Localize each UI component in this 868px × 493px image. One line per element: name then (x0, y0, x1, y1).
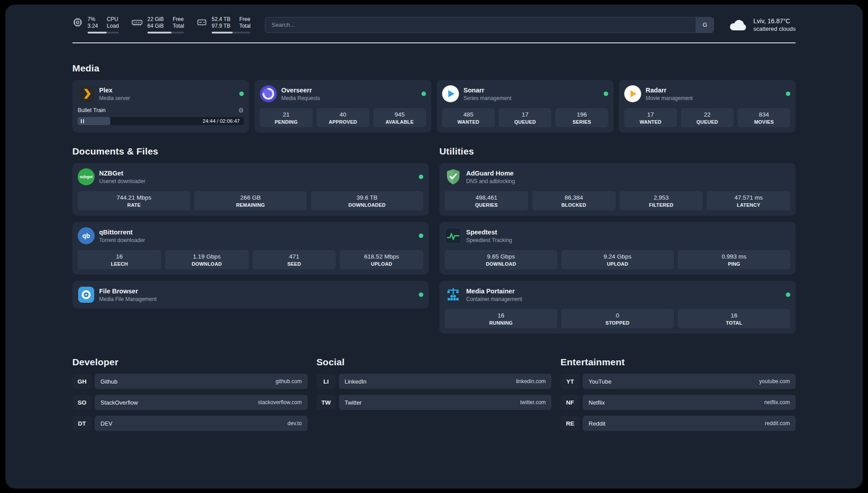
bookmark-youtube: YT YouTube youtube.com (560, 374, 796, 389)
cloud-icon (728, 18, 748, 32)
app-card-adguard[interactable]: AdGuard Home DNS and adblocking 498,461 … (439, 163, 796, 216)
stat-series: 196 SERIES (555, 108, 608, 127)
status-dot (419, 175, 423, 179)
stat-queries: 498,461 QUERIES (445, 191, 528, 210)
app-name: Plex (99, 87, 130, 94)
app-name: Sonarr (463, 87, 511, 94)
section-title-entertainment: Entertainment (560, 357, 796, 368)
app-subtitle: Torrent downloader (99, 237, 145, 243)
bookmark-link-github[interactable]: Github github.com (95, 374, 308, 389)
bookmark-link-twitter[interactable]: Twitter twitter.com (339, 395, 552, 410)
stat-remaining: 266 GB REMAINING (194, 191, 307, 210)
pause-icon[interactable] (81, 119, 84, 123)
filebrowser-icon (78, 286, 95, 303)
search-bar: G (265, 17, 714, 33)
stat-movies: 834 MOVIES (738, 108, 790, 127)
storage-icon (196, 17, 207, 28)
section-title-developer: Developer (72, 357, 308, 368)
stat-available: 945 AVAILABLE (373, 108, 426, 127)
stat-wanted: 17 WANTED (624, 108, 677, 127)
app-card-plex[interactable]: Plex Media server Bullet Train ⚙ 24:44 (72, 80, 249, 133)
bookmark-abbr: DT (72, 416, 92, 431)
search-engine-button[interactable]: G (696, 17, 714, 33)
bookmark-link-reddit[interactable]: Reddit reddit.com (583, 416, 796, 431)
playback-progress-bar[interactable]: 24:44 / 02:06:47 (78, 117, 244, 125)
bookmark-github: GH Github github.com (72, 374, 308, 389)
app-subtitle: Series management (463, 95, 511, 101)
storage-free-label: Free (239, 16, 250, 23)
app-name: Media Portainer (466, 288, 522, 295)
speedtest-icon (445, 227, 462, 244)
settings-gear-icon[interactable]: ⚙ (238, 107, 244, 113)
playback-time: 24:44 / 02:06:47 (203, 118, 240, 124)
app-card-sonarr[interactable]: Sonarr Series management 485 WANTED 17 Q… (437, 80, 613, 133)
storage-usage-widget: 52.4 TB 97.9 TB Free Total (196, 16, 250, 33)
app-card-radarr[interactable]: Radarr Movie management 17 WANTED 22 QUE… (619, 80, 796, 133)
app-subtitle: Movie management (646, 95, 693, 101)
bookmark-link-linkedin[interactable]: LinkedIn linkedin.com (339, 374, 552, 389)
cpu-usage-bar (88, 32, 119, 33)
status-dot (786, 92, 790, 96)
bookmark-linkedin: LI LinkedIn linkedin.com (317, 374, 552, 389)
app-name: File Browser (99, 288, 157, 295)
memory-usage-widget: 22 GiB 64 GiB Free Total (131, 16, 184, 33)
stat-rate: 744.21 Mbps RATE (78, 191, 190, 210)
weather-condition: scattered clouds (753, 25, 796, 32)
section-entertainment: Entertainment YT YouTube youtube.com NF … (560, 357, 796, 431)
app-card-nzbget[interactable]: nzbget NZBGet Usenet downloader 744.21 M… (72, 163, 429, 216)
cpu-usage-value: 7% (88, 16, 98, 23)
app-name: Overseerr (281, 87, 320, 94)
bookmark-stackoverflow: SO StackOverflow stackoverflow.com (72, 395, 308, 410)
bookmark-abbr: YT (560, 374, 580, 389)
memory-icon (131, 17, 143, 28)
portainer-icon (445, 286, 462, 303)
section-title-social: Social (317, 357, 552, 368)
app-card-speedtest[interactable]: Speedtest Speedtest Tracking 9.65 Gbps D… (439, 222, 796, 275)
app-card-filebrowser[interactable]: File Browser Media File Management (72, 281, 429, 309)
weather-location: Lviv, 16.87°C (753, 17, 796, 25)
bookmark-link-dev[interactable]: DEV dev.to (95, 416, 308, 431)
stat-wanted: 485 WANTED (442, 108, 495, 127)
storage-free-value: 52.4 TB (212, 16, 230, 23)
section-media: Media Plex Media server (72, 63, 796, 133)
app-card-overseerr[interactable]: Overseerr Media Requests 21 PENDING 40 A… (255, 80, 431, 133)
cpu-label: CPU (107, 16, 119, 23)
bookmark-abbr: LI (317, 374, 336, 389)
stat-approved: 40 APPROVED (317, 108, 369, 127)
status-dot (421, 92, 426, 96)
memory-total-value: 64 GiB (147, 23, 164, 29)
qbittorrent-icon: qb (78, 227, 95, 244)
memory-usage-bar (147, 32, 184, 33)
bookmark-dev: DT DEV dev.to (72, 416, 308, 431)
bookmark-link-netflix[interactable]: Netflix netflix.com (583, 395, 796, 410)
storage-usage-bar (212, 32, 250, 33)
stat-ping: 0.993 ms PING (678, 250, 790, 269)
app-card-portainer[interactable]: Media Portainer Container management 16 … (439, 281, 796, 334)
stat-latency: 47.571 ms LATENCY (707, 191, 790, 210)
status-dot (419, 292, 423, 297)
stat-download: 9.65 Gbps DOWNLOAD (445, 250, 557, 269)
stat-download: 1.19 Gbps DOWNLOAD (165, 250, 249, 269)
app-card-qbittorrent[interactable]: qb qBittorrent Torrent downloader 16 (72, 222, 429, 275)
stat-blocked: 86,384 BLOCKED (532, 191, 616, 210)
bookmark-link-stackoverflow[interactable]: StackOverflow stackoverflow.com (95, 395, 308, 410)
status-dot (786, 292, 790, 297)
stat-filtered: 2,953 FILTERED (620, 191, 703, 210)
section-developer: Developer GH Github github.com SO StackO… (72, 357, 308, 431)
app-subtitle: Container management (466, 296, 522, 302)
app-name: Radarr (646, 87, 693, 94)
stat-upload: 9.24 Gbps UPLOAD (561, 250, 674, 269)
app-name: qBittorrent (99, 229, 145, 236)
dashboard-app: 7% 3.24 CPU Load (5, 4, 863, 489)
search-input[interactable] (265, 17, 696, 33)
bookmark-twitter: TW Twitter twitter.com (317, 395, 552, 410)
bookmark-link-youtube[interactable]: YouTube youtube.com (583, 374, 796, 389)
overseerr-icon (260, 85, 277, 102)
cpu-usage-widget: 7% 3.24 CPU Load (72, 16, 119, 33)
status-dot (239, 92, 244, 96)
cpu-load-label: Load (107, 23, 119, 29)
stat-running: 16 RUNNING (445, 309, 557, 328)
bookmark-abbr: GH (72, 374, 92, 389)
memory-free-value: 22 GiB (147, 16, 164, 23)
bookmark-reddit: RE Reddit reddit.com (560, 416, 796, 431)
